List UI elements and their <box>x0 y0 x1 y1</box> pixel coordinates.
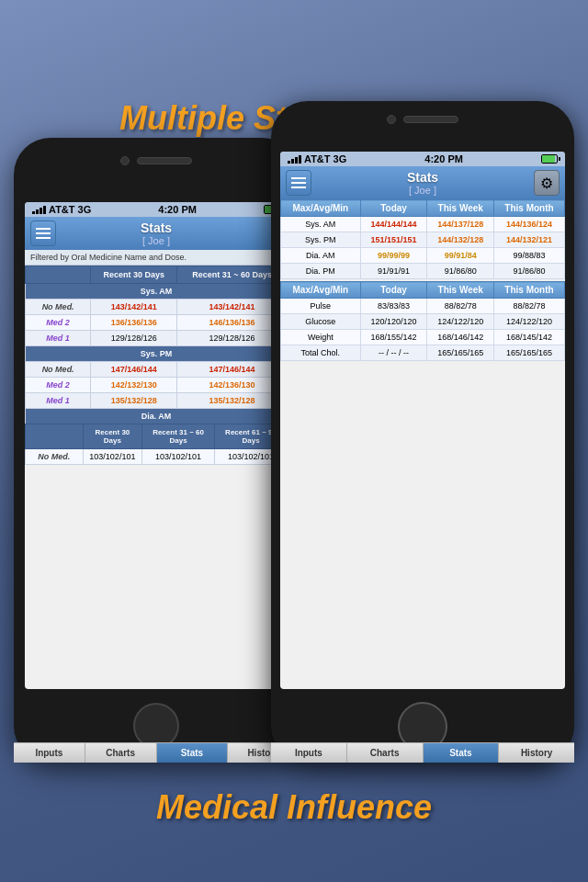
table-row: No Med. 143/142/141 143/142/141 <box>26 300 288 315</box>
signal-icon <box>32 206 46 214</box>
right-screen: AT&T 3G 4:20 PM Stats [ Joe ] ⚙ <box>280 152 565 689</box>
menu-button-left[interactable] <box>30 220 56 246</box>
col-maxavgmin2: Max/Avg/Min <box>281 282 361 299</box>
right-stats-table-bp: Max/Avg/Min Today This Week This Month S… <box>280 199 565 279</box>
bottom-title: Medical Influence <box>0 779 588 836</box>
carrier-left: AT&T 3G <box>49 204 91 215</box>
section-header-syspm: Sys. PM <box>26 346 288 362</box>
header-title-right: Stats <box>407 170 438 185</box>
section-header-sysam: Sys. AM <box>26 284 288 300</box>
table-row: Dia. PM 91/91/91 91/86/80 91/86/80 <box>281 264 565 279</box>
col-today2: Today <box>360 282 427 299</box>
table-row: Med 2 142/132/130 142/136/130 <box>26 378 288 393</box>
table-row: Sys. AM 144/144/144 144/137/128 144/136/… <box>281 217 565 232</box>
header-title-left: Stats <box>141 220 172 235</box>
app-header-left: Stats [ Joe ] <box>25 217 288 250</box>
camera-dot <box>120 156 130 165</box>
col-header-30: Recent 30 Days <box>91 266 177 284</box>
app-header-right: Stats [ Joe ] ⚙ <box>280 166 565 199</box>
header-sub-left: [ Joe ] <box>141 235 172 246</box>
col-thismonth: This Month <box>494 200 565 217</box>
speaker-bar <box>137 157 192 164</box>
col-header-label <box>26 266 91 284</box>
table-row: Med 2 136/136/136 146/136/136 <box>26 315 288 331</box>
filter-bar: Filtered by Oral Medicine Name and Dose. <box>25 250 288 266</box>
table-row: Glucose 120/120/120 124/122/120 124/122/… <box>281 314 565 330</box>
status-bar-left: AT&T 3G 4:20 PM <box>25 202 288 217</box>
menu-button-right[interactable] <box>286 170 311 196</box>
table-row: Sys. PM 151/151/151 144/132/128 144/132/… <box>281 232 565 248</box>
carrier-right: AT&T 3G <box>304 153 346 164</box>
left-screen: AT&T 3G 4:20 PM Stats [ Joe ] Filtered b… <box>25 202 288 689</box>
right-phone: AT&T 3G 4:20 PM Stats [ Joe ] ⚙ <box>271 101 574 763</box>
section-header-diam: Dia. AM <box>26 409 288 424</box>
status-bar-right: AT&T 3G 4:20 PM <box>280 152 565 166</box>
speaker-bar-right <box>403 116 458 123</box>
table-row: Med 1 129/128/126 129/128/126 <box>26 331 288 346</box>
table-row: Total Chol. -- / -- / -- 165/165/165 165… <box>281 345 565 361</box>
table-row: No Med. 147/146/144 147/146/144 <box>26 362 288 378</box>
col-thisweek: This Week <box>427 200 494 217</box>
signal-icon-right <box>288 155 301 164</box>
col-thismonth2: This Month <box>494 282 565 299</box>
table-row: Med 1 135/132/128 135/132/128 <box>26 393 288 409</box>
left-stats-table: Recent 30 Days Recent 31 ~ 60 Days Sys. … <box>25 266 288 424</box>
header-sub-right: [ Joe ] <box>407 185 438 196</box>
right-stats-table-other: Max/Avg/Min Today This Week This Month P… <box>280 281 565 361</box>
battery-icon-right <box>541 154 558 164</box>
table-row: Pulse 83/83/83 88/82/78 88/82/78 <box>281 299 565 314</box>
dia-am-table: Recent 30 Days Recent 31 ~ 60 Days Recen… <box>25 424 288 465</box>
col-maxavgmin: Max/Avg/Min <box>281 200 361 217</box>
col-thisweek2: This Week <box>427 282 494 299</box>
table-row: Weight 168/155/142 168/146/142 168/145/1… <box>281 330 565 345</box>
time-right: 4:20 PM <box>424 153 463 164</box>
time-left: 4:20 PM <box>158 204 197 215</box>
camera-dot-right <box>387 115 396 124</box>
left-phone: AT&T 3G 4:20 PM Stats [ Joe ] Filtered b… <box>14 138 299 763</box>
gear-button-right[interactable]: ⚙ <box>534 170 560 196</box>
col-today: Today <box>360 200 427 217</box>
table-row: Dia. AM 99/99/99 99/91/84 99/88/83 <box>281 248 565 264</box>
table-row: No Med. 103/102/101 103/102/101 103/102/… <box>26 449 288 465</box>
